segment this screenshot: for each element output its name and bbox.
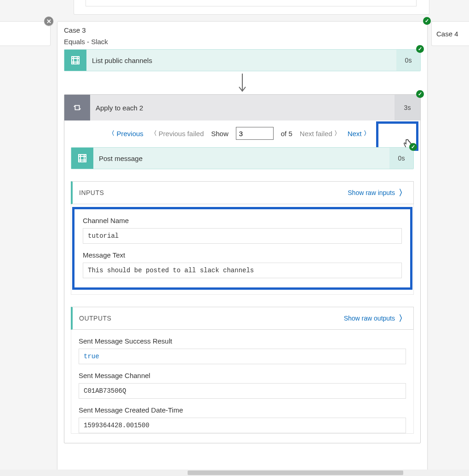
show-raw-outputs-link[interactable]: Show raw outputs 〉 (344, 313, 407, 324)
iteration-input[interactable] (236, 127, 274, 140)
next-failed-button[interactable]: Next failed 〉 (300, 129, 340, 138)
outputs-header: OUTPUTS Show raw outputs 〉 (71, 307, 414, 330)
created-dt-label: Sent Message Created Date-Time (79, 406, 406, 414)
previous-button[interactable]: 〈 Previous (109, 129, 143, 138)
case-card: Case 3 Equals - Slack List public channe… (57, 21, 428, 476)
message-text-value: This should be posted to all slack chann… (83, 263, 402, 278)
step-list-public-channels[interactable]: List public channels 0s (64, 49, 421, 71)
inputs-label: INPUTS (79, 189, 348, 196)
chevron-right-icon: 〉 (364, 129, 370, 138)
case-peek-left[interactable] (0, 21, 51, 46)
case-subtitle: Equals - Slack (57, 38, 427, 49)
outputs-label: OUTPUTS (79, 315, 344, 322)
check-icon (423, 17, 431, 25)
close-icon[interactable]: ✕ (44, 17, 53, 26)
check-icon (416, 90, 424, 98)
inputs-body: Channel Name tutorial Message Text This … (71, 204, 414, 295)
previous-card-inner-edge (86, 0, 417, 6)
case-title: Case 3 (57, 22, 427, 38)
case4-label: Case 4 (436, 30, 458, 38)
chevron-left-icon: 〈 (151, 129, 157, 138)
step-time: 0s (389, 148, 413, 169)
chevron-right-icon: 〉 (399, 187, 407, 198)
success-value: true (79, 349, 406, 364)
step-post-message[interactable]: Post message 0s (71, 147, 414, 169)
chevron-right-icon: 〉 (399, 313, 407, 324)
inputs-header: INPUTS Show raw inputs 〉 (71, 181, 414, 204)
step-name: Post message (93, 148, 389, 169)
channel-name-value: tutorial (83, 228, 402, 244)
iteration-pager: 〈 Previous 〈 Previous failed Show of 5 N… (64, 120, 420, 145)
apply-to-each-header[interactable]: Apply to each 2 3s (64, 95, 420, 120)
check-icon (416, 45, 424, 53)
outputs-body: Sent Message Success Result true Sent Me… (71, 330, 414, 434)
step-time: 0s (396, 50, 420, 71)
apply-to-each-time: 3s (395, 95, 420, 120)
horizontal-scrollbar[interactable] (0, 470, 469, 476)
scrollbar-thumb[interactable] (188, 470, 403, 475)
case-peek-right[interactable]: Case 4 (431, 21, 469, 46)
of-label: of 5 (281, 130, 292, 138)
channel-label: Sent Message Channel (79, 372, 406, 379)
slack-icon (71, 148, 93, 169)
channel-name-label: Channel Name (83, 217, 402, 224)
apply-to-each-card: Apply to each 2 3s 〈 Previous 〈 Previous… (64, 94, 421, 443)
previous-failed-button[interactable]: 〈 Previous failed (151, 129, 204, 138)
show-raw-inputs-link[interactable]: Show raw inputs 〉 (348, 187, 407, 198)
check-icon (409, 143, 417, 151)
highlight-inputs: Channel Name tutorial Message Text This … (72, 207, 412, 290)
loop-icon (64, 95, 90, 120)
next-button[interactable]: Next 〉 (348, 129, 376, 138)
show-label: Show (211, 130, 229, 138)
apply-to-each-name: Apply to each 2 (90, 95, 395, 120)
chevron-right-icon: 〉 (334, 129, 340, 138)
step-name: List public channels (86, 50, 396, 71)
message-text-label: Message Text (83, 251, 402, 259)
created-dt-value: 1599364428.001500 (79, 418, 406, 433)
slack-icon (64, 50, 86, 71)
chevron-left-icon: 〈 (109, 129, 114, 138)
success-label: Sent Message Success Result (79, 337, 406, 345)
arrow-down-icon (57, 71, 427, 94)
channel-value: C01AB73506Q (79, 383, 406, 399)
